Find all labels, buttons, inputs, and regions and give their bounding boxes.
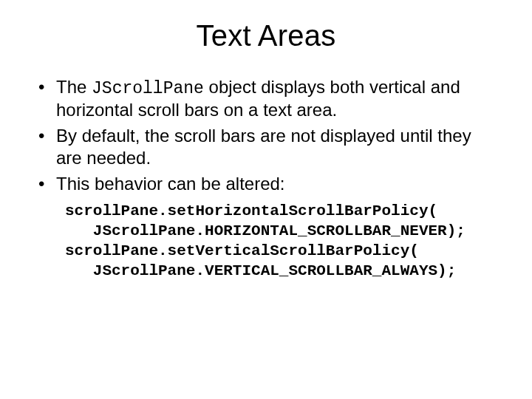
code-line: scrollPane.setVerticalScrollBarPolicy( — [65, 242, 419, 259]
bullet-item: The JScrollPane object displays both ver… — [37, 76, 489, 120]
bullet-text-pre: The — [56, 77, 92, 97]
code-block: scrollPane.setHorizontalScrollBarPolicy(… — [65, 202, 489, 282]
slide: Text Areas The JScrollPane object displa… — [0, 19, 532, 399]
slide-title: Text Areas — [0, 19, 532, 52]
bullet-code: JScrollPane — [92, 79, 204, 98]
bullet-list: The JScrollPane object displays both ver… — [37, 76, 489, 194]
bullet-item: By default, the scroll bars are not disp… — [37, 125, 489, 168]
code-line: JScrollPane.VERTICAL_SCROLLBAR_ALWAYS); — [65, 262, 456, 279]
code-line: JScrollPane.HORIZONTAL_SCROLLBAR_NEVER); — [65, 222, 466, 239]
slide-content: The JScrollPane object displays both ver… — [37, 76, 489, 282]
bullet-text-pre: This behavior can be altered: — [56, 174, 285, 194]
code-line: scrollPane.setHorizontalScrollBarPolicy( — [65, 202, 437, 219]
bullet-text-pre: By default, the scroll bars are not disp… — [56, 126, 471, 167]
bullet-item: This behavior can be altered: — [37, 173, 489, 194]
